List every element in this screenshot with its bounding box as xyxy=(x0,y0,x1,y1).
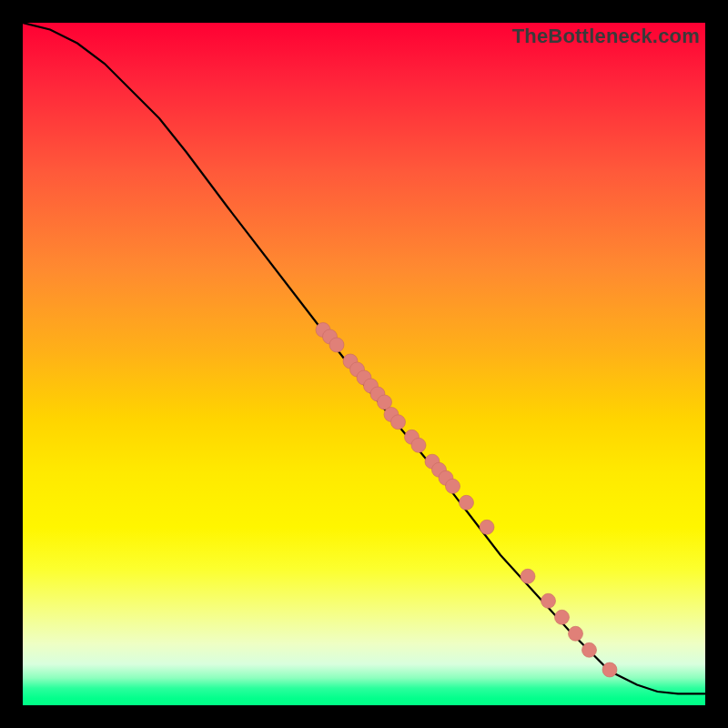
sample-point xyxy=(439,470,453,485)
sample-point xyxy=(350,362,365,377)
sample-point xyxy=(582,642,597,657)
sample-point xyxy=(460,495,474,510)
sample-point xyxy=(602,662,617,677)
sample-point xyxy=(405,430,420,444)
sample-point xyxy=(323,329,338,344)
sample-point xyxy=(446,479,460,493)
watermark-text: TheBottleneck.com xyxy=(512,25,700,48)
sample-point xyxy=(357,370,371,385)
bottleneck-curve xyxy=(23,23,705,693)
sample-point xyxy=(425,454,440,469)
sample-point xyxy=(384,408,399,422)
sample-point xyxy=(364,379,379,393)
sample-point xyxy=(411,438,426,452)
sample-point xyxy=(343,354,358,369)
sample-point xyxy=(480,520,494,534)
sample-point xyxy=(569,626,583,641)
sample-point xyxy=(329,338,344,352)
sample-point xyxy=(391,415,406,430)
sample-point xyxy=(378,395,392,410)
sample-point xyxy=(541,593,556,608)
sample-point xyxy=(432,462,447,477)
sample-point xyxy=(316,323,330,338)
sample-points xyxy=(316,323,617,678)
curve-layer xyxy=(23,23,705,705)
chart-stage: TheBottleneck.com xyxy=(0,0,728,728)
sample-point xyxy=(555,610,570,624)
sample-point xyxy=(521,569,535,583)
sample-point xyxy=(370,387,385,401)
plot-area: TheBottleneck.com xyxy=(23,23,705,705)
